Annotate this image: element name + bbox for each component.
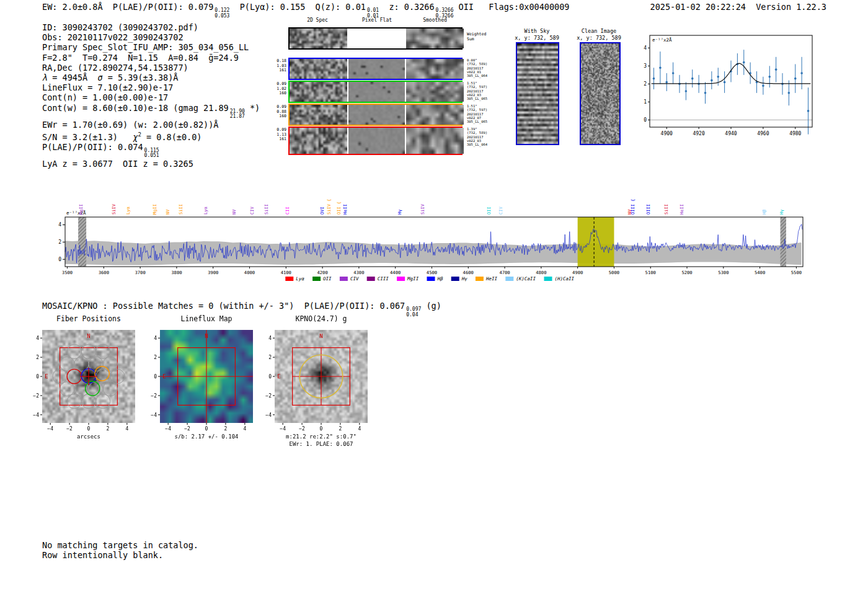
smoothed-cutout xyxy=(406,29,464,48)
emission-line-label: Lyα xyxy=(126,207,131,215)
compass-east-label: E xyxy=(45,373,48,380)
masked-region xyxy=(78,217,86,267)
text-segment: Primary Spec_Slot_IFU_AMP: 305_034_056_L… xyxy=(42,42,249,52)
data-point xyxy=(691,78,694,80)
fiber-circle xyxy=(103,382,117,396)
tick-label: −2 xyxy=(299,426,305,432)
tick-label: 3800 xyxy=(171,270,182,275)
info-line: Cont(w) = 8.60(±0.10)e-18 (gmag 21.8921.… xyxy=(42,103,260,120)
data-point xyxy=(659,66,662,69)
clean-image-title: Clean Image xyxy=(572,28,626,34)
fiber-circle xyxy=(81,344,95,358)
lineflux-map-xlabel: s/b: 2.17 +/- 0.104 xyxy=(160,433,253,440)
smoothed-cutout xyxy=(406,128,464,154)
spec2d-row xyxy=(288,58,463,80)
legend-swatch xyxy=(312,277,321,281)
kpno-panel: KPNO(24.7) g −4−2024420−2−4NE m:21.2 re:… xyxy=(257,312,375,451)
tick-label: 5500 xyxy=(791,270,802,275)
fiber-circle xyxy=(96,394,110,409)
fiber-positions-xlabel: arcsecs xyxy=(42,433,135,440)
flux-units-annotation: e⁻¹⁷x2Å xyxy=(652,37,672,43)
legend-label: Hγ xyxy=(461,276,468,282)
info-line: EWr = 1.70(±0.69) (w: 2.00(±0.82))Å xyxy=(42,120,260,130)
tick-label: 4960 xyxy=(757,131,769,136)
legend-swatch xyxy=(451,277,459,281)
emission-line-label: CII xyxy=(285,207,290,215)
tick-label: 4 xyxy=(243,426,246,432)
data-point xyxy=(794,78,797,80)
legend-label: Hβ xyxy=(437,276,444,282)
data-point xyxy=(724,81,726,84)
tick-label: 4 xyxy=(125,426,128,432)
emission-line-label: MgII xyxy=(153,204,157,215)
tick-label: 4200 xyxy=(317,270,327,275)
emission-line-label: Lyα xyxy=(203,207,208,215)
with-sky-frame xyxy=(516,42,559,145)
tick-label: 2 xyxy=(107,426,110,432)
highlighted-fiber-circle xyxy=(95,367,109,381)
legend-swatch xyxy=(544,277,552,281)
text-segment: P(LAE)/P(OII): 0.074 xyxy=(42,142,143,152)
emission-highlight-band xyxy=(578,217,614,267)
data-point xyxy=(704,92,707,94)
text-segment: 0.1150.051 xyxy=(144,148,159,159)
legend-label: Lyα xyxy=(296,276,304,282)
text-segment: 0.1220.053 xyxy=(215,8,229,19)
emission-line-label: OIII xyxy=(646,204,651,215)
fiber-positions-overlay: −4−2024420−2−4NE xyxy=(25,312,143,451)
tick-label: 4980 xyxy=(789,131,801,136)
tick-label: 4100 xyxy=(281,270,291,275)
fiber-circle xyxy=(96,369,110,383)
legend-swatch xyxy=(505,277,513,281)
text-segment: λ xyxy=(42,73,47,82)
tick-label: 4700 xyxy=(499,270,510,275)
smoothed-cutout xyxy=(406,59,464,79)
weighted-sum-label: Weighted Sum xyxy=(467,32,486,42)
spec2d-row-right-label: 1.51" (732, 597) 20210117 v022_03 305_LL… xyxy=(467,81,487,100)
legend-label: MgII xyxy=(407,276,419,282)
tick-label: 2 xyxy=(644,81,647,87)
data-point xyxy=(653,78,655,80)
data-point xyxy=(685,90,688,92)
tick-label: 4400 xyxy=(390,270,401,275)
text-segment: ID: 3090243702 (3090243702.pdf) xyxy=(42,22,198,32)
spec2d-row-left-label: 0.09 1.02 160 xyxy=(271,82,286,96)
info-line: S/N = 3.2(±1.3) χ2 = 0.8(±0.0) xyxy=(42,130,260,142)
tick-label: 4940 xyxy=(725,131,737,136)
emission-line-label: OII { xyxy=(337,202,342,215)
text-segment: = 4945Å xyxy=(47,73,97,82)
spec2d-row xyxy=(288,127,463,155)
highlighted-fiber-circle xyxy=(86,381,100,396)
tick-label: 5400 xyxy=(755,270,765,275)
text-segment: F=2.8" T=0.274 N̄=1.15 A=0.84 ḡ=24.9 xyxy=(42,53,239,63)
data-point xyxy=(775,68,777,71)
emission-line-label: Hγ xyxy=(779,210,784,215)
info-line: Obs: 20210117v022_3090243702 xyxy=(42,32,260,42)
info-line: F=2.8" T=0.274 N̄=1.15 A=0.84 ḡ=24.9 xyxy=(42,53,260,63)
spec2d-row xyxy=(288,81,463,103)
fiber-circle xyxy=(60,357,74,371)
tick-label: 5100 xyxy=(645,270,656,275)
legend-swatch xyxy=(285,277,293,281)
emission-line-label: SiIV xyxy=(420,203,425,215)
emission-line-label: SiII xyxy=(664,204,669,215)
tick-label: 4 xyxy=(644,45,647,51)
legend-swatch xyxy=(427,277,435,281)
tick-label: 0 xyxy=(154,374,157,380)
tick-label: −4 xyxy=(265,412,272,418)
info-line: λ = 4945Å σ = 5.39(±3.38)Å xyxy=(42,73,260,82)
highlighted-fiber-circle xyxy=(67,369,81,383)
text-segment: Cont(n) = 1.00(±0.00)e-17 xyxy=(42,92,168,102)
tick-label: 4500 xyxy=(427,270,437,275)
smoothed-cutout xyxy=(406,105,464,125)
tick-label: −4 xyxy=(151,412,157,418)
text-segment: Cont(w) = 8.60(±0.10)e-18 (gmag 21.89 xyxy=(42,103,229,113)
emission-line-label: MgII xyxy=(79,204,84,215)
fiber-circle xyxy=(60,382,74,396)
emission-line-label: SiII xyxy=(179,204,184,215)
text-segment: (g) xyxy=(421,301,441,311)
text-segment: Obs: 20210117v022_3090243702 xyxy=(42,32,184,42)
tick-label: 4900 xyxy=(572,270,583,275)
legend-swatch xyxy=(340,277,348,281)
clean-image-frame xyxy=(580,42,621,145)
